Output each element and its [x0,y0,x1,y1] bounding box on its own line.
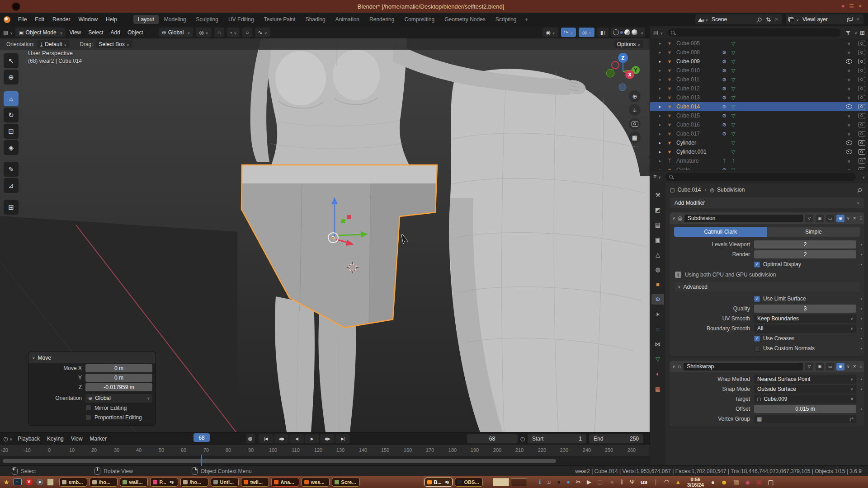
task-wall[interactable]: wall... [120,478,148,487]
object-name[interactable]: Cube.005 [676,40,720,47]
outliner-editor-icon[interactable]: ▤ [653,29,658,36]
titlebar-close-icon[interactable]: × [859,3,862,9]
modifier-name-field[interactable]: Shrinkwrap [684,363,803,371]
on-cage-toggle[interactable]: ▽ [805,363,813,371]
blender-logo-icon[interactable] [4,16,10,23]
delete-viewlayer-icon[interactable]: × [856,16,859,23]
hide-render-toggle[interactable] [855,113,868,118]
current-frame-field[interactable]: 68 [467,434,518,443]
workspace-tab[interactable]: Scripting [491,15,521,24]
optimal-display-checkbox[interactable] [754,262,760,267]
file-manager-icon[interactable] [47,479,54,486]
proportional-editing-toggle[interactable]: ○ [242,28,252,37]
viewlayer-selector[interactable]: ViewLayer × [786,14,863,24]
boundary-smooth-dropdown[interactable]: All∨ [754,324,856,333]
orientation-dropdown[interactable]: ⤓ Default [37,40,70,48]
hide-render-toggle[interactable] [855,50,868,55]
workspace-tab[interactable]: Texture Paint [259,15,300,24]
task-p[interactable]: P... ◄)) [150,478,178,487]
hide-render-toggle[interactable] [855,77,868,82]
solid-shading-button[interactable] [620,31,623,34]
tab-physics[interactable]: ◌ [651,324,664,334]
new-viewlayer-icon[interactable] [847,17,853,22]
quality-field[interactable]: 3 [754,305,856,313]
render-toggle[interactable]: ◉ [836,215,844,222]
task-ana[interactable]: Ana... [271,478,299,487]
shrinkwrap-panel-header[interactable]: ∨∩ Shrinkwrap ▽ ▣ ▭ ◉ ∨ × ⠿ [670,361,864,372]
task-home-2[interactable]: /ho... [180,478,208,487]
task-wes[interactable]: wes... [302,478,330,487]
viewport-menu-item[interactable]: Add [107,29,124,36]
tray-bluetooth-icon[interactable]: ᛒ [620,479,624,485]
expand-arrow-icon[interactable]: ▸ [659,50,665,55]
workspace-tab[interactable]: Layout [133,15,159,24]
outliner-row[interactable]: ▸ Cube.005 ∨ [650,39,868,48]
object-name[interactable]: Cylinder [676,140,720,146]
object-name[interactable]: Armature [676,158,720,164]
workspace-tab[interactable]: Geometry Nodes [440,15,490,24]
tray-wifi-icon[interactable]: ◠ [664,479,669,485]
tray-music-icon[interactable]: ♫ [547,479,552,485]
snap-toggle[interactable]: ∩ [214,28,225,37]
object-name[interactable]: Cube.014 [676,103,720,110]
edit-mode-toggle[interactable]: ▣ [816,215,824,222]
tray-app-package-icon[interactable]: ▣ [756,479,762,486]
outliner-row[interactable]: ▸ Cube.010 ∨ [650,66,868,75]
vertex-group-field[interactable]: ▦ ⇄ [754,415,856,423]
tab-scene[interactable]: △ [651,249,664,260]
task-home-1[interactable]: /ho... [90,478,118,487]
expand-arrow-icon[interactable]: ▸ [659,77,665,82]
tray-app-smiley-icon[interactable]: ☻ [721,479,727,486]
workspace-tab[interactable]: Compositing [400,15,439,24]
rotate-tool[interactable]: ↻ [4,108,19,122]
menu-item[interactable]: Render [48,14,74,24]
expand-arrow-icon[interactable]: ▸ [659,95,665,100]
hide-render-toggle[interactable] [855,59,868,64]
realtime-toggle[interactable]: ▭ [826,215,834,222]
add-modifier-button[interactable]: Add Modifier∨ [670,197,864,208]
camera-view-button[interactable] [629,118,641,130]
expand-arrow-icon[interactable]: ▸ [659,113,665,118]
subdivision-type-tab[interactable]: Simple [767,227,860,237]
task-smb[interactable]: smb... [59,478,87,487]
outliner-row[interactable]: ▸ Cube.011 ∨ [650,75,868,84]
outliner-search-input[interactable] [667,28,841,37]
tab-render[interactable]: ◩ [651,204,664,215]
frame-start-field[interactable]: Start1 [528,434,586,443]
tab-tool[interactable]: ⚒ [651,189,664,200]
new-collection-button[interactable]: ⊞ [860,29,865,36]
viewport-menu-item[interactable]: Select [85,29,107,36]
outliner-row[interactable]: ▸ Cube.012 ∨ [650,84,868,93]
hide-render-toggle[interactable] [855,86,868,91]
hide-render-toggle[interactable] [855,68,868,73]
tray-play-icon[interactable]: ▶ [587,479,591,485]
object-name[interactable]: Cube.017 [676,131,720,137]
expand-arrow-icon[interactable]: ▸ [659,131,665,136]
outliner-row[interactable]: ▸ Cube.013 ∨ [650,93,868,102]
move-orientation-dropdown[interactable]: ⊕ Global ∨ [85,394,152,403]
outliner-row[interactable]: ▸ Cube.009 ∨ [650,57,868,66]
clear-target-icon[interactable]: × [850,396,854,402]
titlebar-menu-icon[interactable]: ☰ [849,3,854,9]
edit-mode-toggle[interactable]: ▣ [816,363,824,371]
timeline-editor-icon[interactable]: ◷ [3,436,8,442]
object-name[interactable]: Cube.016 [676,122,720,128]
checkbox[interactable] [85,414,91,420]
workspace-tab[interactable]: Modeling [160,15,191,24]
offset-field[interactable]: 0.015 m [754,405,856,413]
workspace-1[interactable] [493,478,509,486]
hide-viewport-toggle[interactable]: ∨ [843,76,855,83]
menu-item[interactable]: Help [102,14,121,24]
properties-search-input[interactable] [665,173,856,181]
hide-render-toggle[interactable] [855,131,868,136]
menu-item[interactable]: Window [74,14,102,24]
workspace-2[interactable] [511,478,527,486]
drag-handle-icon[interactable]: ⠿ [859,216,862,221]
outliner-row[interactable]: ▸ Cube.008 ∨ [650,48,868,57]
subdivision-panel-header[interactable]: ∨◎ Subdivision ▽ ▣ ▭ ◉ ∨ × ⠿ [670,212,864,224]
orthographic-toggle-button[interactable]: ▦ [629,131,641,143]
timeline-menu-item[interactable]: Marker [86,436,110,442]
pin-id-icon[interactable] [856,186,863,193]
hide-render-toggle[interactable] [855,122,868,127]
hide-viewport-toggle[interactable]: ∨ [843,85,855,92]
